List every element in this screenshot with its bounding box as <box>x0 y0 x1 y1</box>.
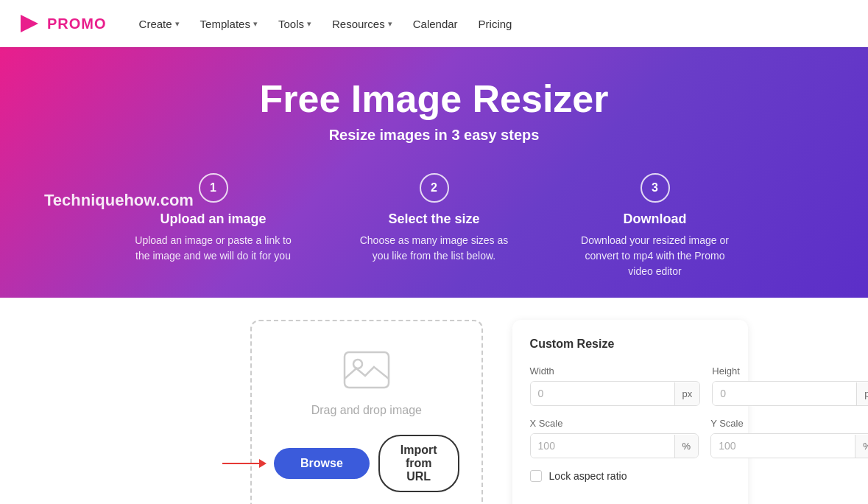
nav-item-calendar[interactable]: Calendar <box>404 12 467 36</box>
svg-rect-1 <box>345 352 389 388</box>
height-input[interactable] <box>713 382 856 405</box>
arrow-line <box>222 463 259 464</box>
chevron-down-icon: ▾ <box>388 19 392 29</box>
step-2-title: Select the size <box>388 211 479 227</box>
step-3-title: Download <box>624 211 687 227</box>
svg-marker-0 <box>21 15 38 32</box>
yscale-label: Y Scale <box>710 418 868 429</box>
width-field: Width px <box>530 365 701 406</box>
step-1-circle: 1 <box>199 173 228 203</box>
xscale-field: X Scale % <box>530 418 699 458</box>
nav-label-resources: Resources <box>332 18 385 30</box>
step-1: 1 Upload an image Upload an image or pas… <box>133 173 294 279</box>
arrow-indicator <box>222 459 267 468</box>
nav-label-pricing: Pricing <box>479 18 512 30</box>
navbar: PROMO Create ▾ Templates ▾ Tools ▾ Resou… <box>0 0 868 47</box>
step-3: 3 Download Download your resized image o… <box>574 173 736 279</box>
import-url-button[interactable]: Import from URL <box>378 435 459 492</box>
step-3-desc: Download your resized image or convert t… <box>574 233 736 279</box>
upload-area[interactable]: Drag and drop image Browse Import from U… <box>250 320 483 504</box>
steps-container: 1 Upload an image Upload an image or pas… <box>44 173 824 279</box>
hero-title: Free Image Resizer <box>44 77 824 121</box>
logo-text: PROMO <box>47 15 107 32</box>
width-input[interactable] <box>531 382 674 405</box>
nav-items: Create ▾ Templates ▾ Tools ▾ Resources ▾… <box>130 12 850 36</box>
resize-panel: Custom Resize Width px Height px X Scale <box>512 320 748 504</box>
drag-drop-text: Drag and drop image <box>311 404 422 417</box>
width-input-wrap: px <box>530 381 701 406</box>
step-2-desc: Choose as many image sizes as you like f… <box>353 233 515 264</box>
upload-buttons: Browse Import from URL <box>274 435 459 492</box>
height-label: Height <box>712 365 868 377</box>
step-2: 2 Select the size Choose as many image s… <box>353 173 515 279</box>
chevron-down-icon: ▾ <box>307 19 311 29</box>
xscale-input[interactable] <box>531 434 674 458</box>
step-3-circle: 3 <box>641 173 670 203</box>
height-unit: px <box>856 382 868 405</box>
resize-panel-title: Custom Resize <box>530 337 730 351</box>
nav-label-create: Create <box>139 18 172 30</box>
svg-point-2 <box>353 360 362 368</box>
chevron-down-icon: ▾ <box>175 19 180 29</box>
logo[interactable]: PROMO <box>18 12 107 35</box>
height-field: Height px <box>712 365 868 406</box>
nav-item-tools[interactable]: Tools ▾ <box>269 12 320 36</box>
lock-aspect-row: Lock aspect ratio <box>530 470 730 482</box>
resize-row-dimensions: Width px Height px <box>530 365 730 406</box>
xscale-unit: % <box>674 435 699 458</box>
watermark-text: Techniquehow.com <box>44 191 194 210</box>
yscale-input-wrap: % <box>710 433 868 458</box>
logo-icon <box>18 12 41 35</box>
nav-item-create[interactable]: Create ▾ <box>130 12 188 36</box>
chevron-down-icon: ▾ <box>253 19 258 29</box>
yscale-unit: % <box>855 435 868 458</box>
step-2-circle: 2 <box>420 173 449 203</box>
browse-button[interactable]: Browse <box>274 448 370 479</box>
xscale-input-wrap: % <box>530 433 699 458</box>
width-unit: px <box>674 382 700 405</box>
hero-subtitle: Resize images in 3 easy steps <box>44 127 824 144</box>
nav-label-calendar: Calendar <box>413 18 458 30</box>
main-content: Drag and drop image Browse Import from U… <box>0 298 868 504</box>
xscale-label: X Scale <box>530 418 699 429</box>
nav-item-resources[interactable]: Resources ▾ <box>323 12 401 36</box>
resize-row-scale: X Scale % Y Scale % <box>530 418 730 458</box>
yscale-field: Y Scale % <box>710 418 868 458</box>
image-placeholder-icon <box>343 351 390 392</box>
nav-item-pricing[interactable]: Pricing <box>470 12 521 36</box>
arrow-head <box>259 459 267 468</box>
step-1-title: Upload an image <box>160 211 266 227</box>
step-1-desc: Upload an image or paste a link to the i… <box>133 233 294 264</box>
yscale-input[interactable] <box>711 434 855 458</box>
height-input-wrap: px <box>712 381 868 406</box>
hero-content: Free Image Resizer Resize images in 3 ea… <box>44 77 824 279</box>
nav-label-tools: Tools <box>278 18 304 30</box>
lock-aspect-checkbox[interactable] <box>530 470 542 482</box>
width-label: Width <box>530 365 701 377</box>
nav-label-templates: Templates <box>200 18 250 30</box>
lock-aspect-label: Lock aspect ratio <box>549 470 627 482</box>
nav-item-templates[interactable]: Templates ▾ <box>191 12 267 36</box>
